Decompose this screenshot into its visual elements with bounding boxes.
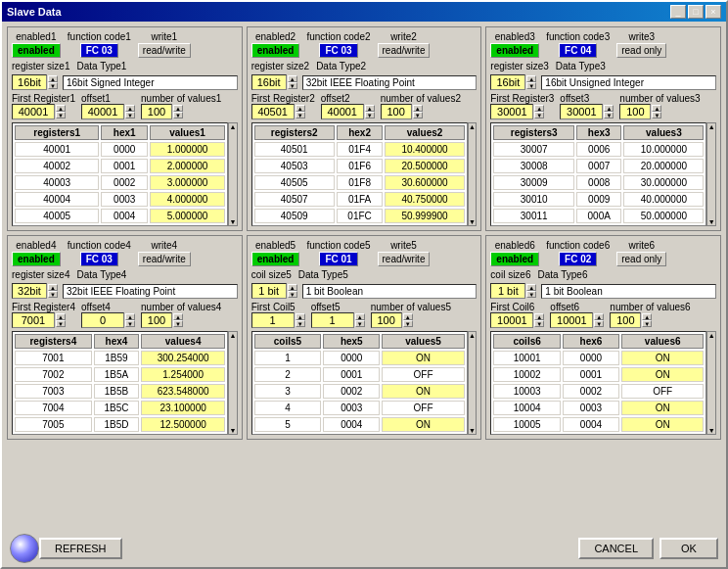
panel3-scrollbar[interactable]: ▲ ▼ — [706, 122, 716, 226]
p4r3c3[interactable]: 623.548000 — [141, 384, 225, 399]
panel5-regsize-spinner[interactable]: 1 bit ▲ ▼ — [251, 283, 297, 299]
panel5-numval-dn[interactable]: ▼ — [403, 320, 413, 327]
panel6-regsize-up[interactable]: ▲ — [526, 284, 536, 291]
panel1-enabled-btn[interactable]: enabled — [12, 43, 61, 58]
panel2-firstreg-dn[interactable]: ▼ — [296, 112, 305, 119]
panel2-offset-field[interactable]: 40001 — [321, 104, 364, 119]
minimize-button[interactable]: _ — [670, 5, 686, 19]
panel2-regsize-dn[interactable]: ▼ — [288, 82, 297, 89]
panel2-write-btn[interactable]: read/write — [378, 43, 431, 58]
p5r2c3[interactable]: OFF — [382, 367, 464, 382]
panel1-regsize-up[interactable]: ▲ — [48, 75, 58, 82]
panel3-firstreg-field[interactable]: 30001 — [490, 104, 533, 119]
panel3-numval-spinner[interactable]: 100 ▲ ▼ — [619, 104, 700, 119]
p2r2c3[interactable]: 20.500000 — [385, 159, 464, 173]
p2r4c3[interactable]: 40.750000 — [385, 192, 464, 207]
p1r5c3[interactable]: 5.000000 — [150, 209, 225, 223]
panel2-fc-btn[interactable]: FC 03 — [319, 43, 357, 58]
panel6-numval-dn[interactable]: ▼ — [642, 320, 652, 327]
panel5-firstreg-up[interactable]: ▲ — [296, 313, 305, 320]
panel5-scrollbar[interactable]: ▲ ▼ — [468, 331, 478, 435]
panel4-fc-btn[interactable]: FC 03 — [80, 252, 118, 266]
panel3-enabled-btn[interactable]: enabled — [490, 43, 539, 58]
panel4-firstreg-field[interactable]: 7001 — [12, 312, 55, 328]
scroll-up-arrow[interactable]: ▲ — [469, 332, 476, 339]
scroll-dn-arrow[interactable]: ▼ — [708, 218, 715, 225]
panel4-dtype-field[interactable]: 32bit IEEE Floating Point — [63, 284, 238, 299]
panel1-numval-dn[interactable]: ▼ — [173, 112, 183, 119]
panel6-write-btn[interactable]: read only — [616, 252, 666, 266]
panel4-write-btn[interactable]: read/write — [138, 252, 191, 266]
panel6-regsize-spinner[interactable]: 1 bit ▲ ▼ — [490, 283, 536, 299]
maximize-button[interactable]: □ — [688, 5, 704, 19]
panel6-firstreg-field[interactable]: 10001 — [490, 312, 533, 328]
panel1-dtype-field[interactable]: 16bit Signed Integer — [63, 75, 238, 90]
panel1-regsize-spinner[interactable]: 16bit ▲ ▼ — [12, 74, 58, 90]
panel6-dtype-field[interactable]: 1 bit Boolean — [541, 284, 716, 299]
panel4-numval-field[interactable]: 100 — [141, 312, 172, 328]
panel5-firstreg-spinner[interactable]: 1 ▲ ▼ — [251, 312, 305, 328]
panel5-regsize-field[interactable]: 1 bit — [251, 283, 287, 299]
panel4-offset-spinner[interactable]: 0 ▲ ▼ — [81, 312, 135, 328]
panel1-numval-field[interactable]: 100 — [141, 104, 172, 119]
panel3-fc-btn[interactable]: FC 04 — [559, 43, 597, 58]
panel2-numval-up[interactable]: ▲ — [413, 105, 423, 112]
panel6-fc-btn[interactable]: FC 02 — [559, 252, 597, 266]
p4r5c3[interactable]: 12.500000 — [141, 417, 225, 432]
panel3-numval-dn[interactable]: ▼ — [652, 112, 661, 119]
scroll-dn-arrow[interactable]: ▼ — [229, 218, 236, 225]
panel1-regsize-field[interactable]: 16bit — [12, 74, 47, 90]
panel4-firstreg-up[interactable]: ▲ — [56, 313, 66, 320]
panel3-regsize-dn[interactable]: ▼ — [526, 82, 536, 89]
panel1-numval-spinner[interactable]: 100 ▲ ▼ — [141, 104, 221, 119]
p2r1c3[interactable]: 10.400000 — [385, 142, 464, 157]
p5r5c3[interactable]: ON — [382, 417, 464, 432]
panel1-scrollbar[interactable]: ▲ ▼ — [228, 122, 238, 226]
panel2-enabled-btn[interactable]: enabled — [251, 43, 300, 58]
panel1-firstreg-field[interactable]: 40001 — [12, 104, 55, 119]
panel3-offset-up[interactable]: ▲ — [604, 105, 614, 112]
panel1-regsize-dn[interactable]: ▼ — [48, 82, 58, 89]
panel1-offset-spinner[interactable]: 40001 ▲ ▼ — [81, 104, 135, 119]
ok-button[interactable]: OK — [660, 538, 718, 559]
panel6-firstreg-spinner[interactable]: 10001 ▲ ▼ — [490, 312, 544, 328]
panel5-offset-dn[interactable]: ▼ — [355, 320, 365, 327]
panel2-regsize-spinner[interactable]: 16bit ▲ ▼ — [251, 74, 297, 90]
panel5-fc-btn[interactable]: FC 01 — [319, 252, 357, 266]
panel5-dtype-field[interactable]: 1 bit Boolean — [302, 284, 478, 299]
scroll-dn-arrow[interactable]: ▼ — [469, 427, 476, 434]
panel4-offset-dn[interactable]: ▼ — [125, 320, 135, 327]
panel5-regsize-dn[interactable]: ▼ — [288, 291, 297, 298]
panel3-offset-dn[interactable]: ▼ — [604, 112, 614, 119]
panel3-dtype-field[interactable]: 16bit Unsigned Integer — [541, 75, 716, 90]
panel6-numval-spinner[interactable]: 100 ▲ ▼ — [610, 312, 690, 328]
panel5-numval-up[interactable]: ▲ — [403, 313, 413, 320]
panel5-offset-up[interactable]: ▲ — [355, 313, 365, 320]
panel5-numval-field[interactable]: 100 — [371, 312, 402, 328]
p1r2c3[interactable]: 2.000000 — [150, 159, 225, 173]
panel2-offset-dn[interactable]: ▼ — [365, 112, 375, 119]
panel1-offset-up[interactable]: ▲ — [125, 105, 135, 112]
scroll-up-arrow[interactable]: ▲ — [469, 123, 476, 130]
panel4-numval-spinner[interactable]: 100 ▲ ▼ — [141, 312, 221, 328]
panel5-numval-spinner[interactable]: 100 ▲ ▼ — [371, 312, 451, 328]
panel3-firstreg-dn[interactable]: ▼ — [534, 112, 544, 119]
panel6-scrollbar[interactable]: ▲ ▼ — [706, 331, 716, 435]
panel5-offset-spinner[interactable]: 1 ▲ ▼ — [311, 312, 365, 328]
panel6-regsize-field[interactable]: 1 bit — [490, 283, 525, 299]
p5r4c3[interactable]: OFF — [382, 401, 464, 415]
panel1-firstreg-spinner[interactable]: 40001 ▲ ▼ — [12, 104, 75, 119]
p1r1c3[interactable]: 1.000000 — [150, 142, 225, 157]
panel4-regsize-field[interactable]: 32bit — [12, 283, 47, 299]
panel1-firstreg-dn[interactable]: ▼ — [56, 112, 66, 119]
panel5-regsize-up[interactable]: ▲ — [288, 284, 297, 291]
p2r3c3[interactable]: 30.600000 — [385, 175, 464, 190]
panel6-numval-up[interactable]: ▲ — [642, 313, 652, 320]
panel6-regsize-dn[interactable]: ▼ — [526, 291, 536, 298]
panel6-firstreg-dn[interactable]: ▼ — [534, 320, 544, 327]
panel4-firstreg-dn[interactable]: ▼ — [56, 320, 66, 327]
panel4-offset-field[interactable]: 0 — [81, 312, 124, 328]
panel6-offset-spinner[interactable]: 10001 ▲ ▼ — [550, 312, 604, 328]
panel4-regsize-dn[interactable]: ▼ — [48, 291, 58, 298]
p2r5c3[interactable]: 50.999900 — [385, 209, 464, 223]
